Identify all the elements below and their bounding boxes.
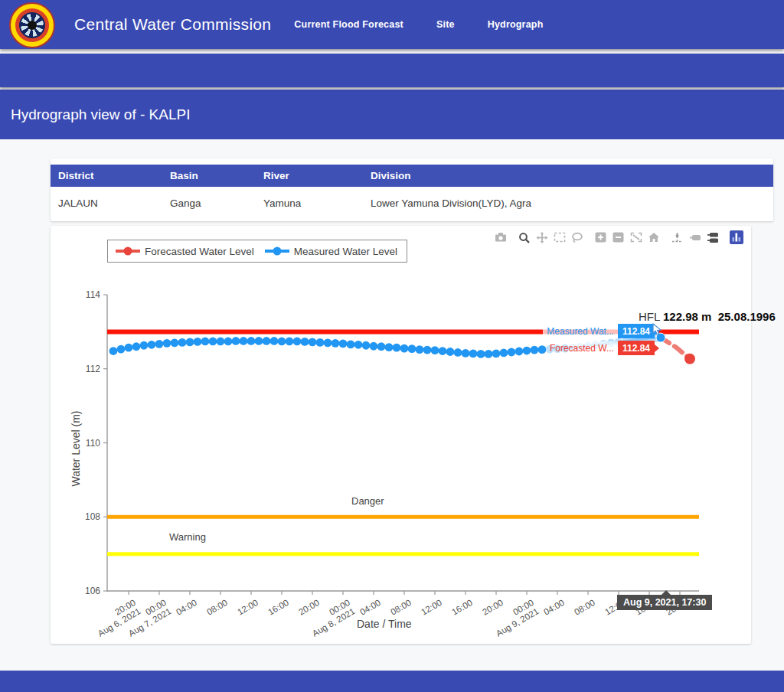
y-tick-label: 106	[76, 586, 100, 596]
measured-point	[393, 344, 401, 352]
measured-point	[354, 341, 363, 349]
main-nav: Current Flood Forecast Site Hydrograph	[294, 19, 543, 30]
hover-label-forecasted-name: Forecasted W...	[546, 341, 618, 355]
measured-point	[439, 347, 447, 355]
cursor-pointer-icon	[652, 323, 663, 338]
measured-point	[500, 349, 508, 357]
measured-point	[186, 338, 194, 347]
measured-point	[469, 350, 478, 358]
measured-point	[332, 339, 340, 348]
y-tick-label: 112	[76, 364, 100, 374]
y-axis-title: Water Level (m)	[70, 403, 82, 495]
measured-point	[347, 340, 355, 348]
measured-point	[508, 348, 516, 357]
cell-basin: Ganga	[162, 187, 256, 219]
table-header-row: District Basin River Division	[51, 165, 773, 187]
measured-point	[201, 338, 210, 346]
measured-point	[400, 344, 409, 353]
measured-point	[538, 345, 547, 354]
measured-point	[194, 338, 202, 346]
nav-current-flood-forecast[interactable]: Current Flood Forecast	[294, 19, 403, 30]
measured-point	[446, 348, 455, 356]
app-header: Central Water Commission Current Flood F…	[0, 0, 784, 49]
hfl-annotation-date: 25.08.1996	[718, 310, 776, 323]
cell-division: Lower Yamuna Division(LYD), Agra	[363, 187, 773, 219]
measured-point	[132, 342, 141, 351]
logo-center	[28, 21, 37, 30]
measured-point	[362, 341, 371, 350]
measured-point	[125, 344, 133, 352]
station-table: District Basin River Division JALAUN Gan…	[51, 165, 773, 219]
page-title-bar: Hydrograph view of - KALPI	[0, 90, 784, 139]
measured-point	[155, 340, 164, 348]
cell-river: Yamuna	[256, 187, 363, 219]
measured-point	[324, 338, 332, 347]
hover-label-forecasted: Forecasted W... 112.84	[546, 341, 655, 355]
measured-point	[462, 349, 470, 357]
measured-point	[370, 342, 378, 351]
cell-district: JALAUN	[51, 187, 162, 219]
measured-point	[339, 339, 348, 348]
measured-point	[515, 348, 524, 356]
measured-point	[385, 343, 394, 351]
forecast-line	[661, 338, 690, 359]
measured-point	[255, 337, 263, 345]
station-info-card: District Basin River Division JALAUN Gan…	[51, 158, 773, 221]
table-row: JALAUN Ganga Yamuna Lower Yamuna Divisio…	[51, 187, 773, 219]
measured-point	[309, 338, 317, 347]
col-river: River	[256, 165, 363, 187]
measured-point	[485, 350, 493, 358]
hydrograph-plot[interactable]	[51, 226, 751, 644]
hfl-annotation-value: 122.98 m	[663, 310, 711, 323]
hydrograph-card: Forecasted Water Level Measured Water Le…	[51, 226, 751, 644]
hover-label-measured-name: Measured Wat...	[543, 325, 618, 338]
hfl-annotation: HFL 122.98 m 25.08.1996	[639, 310, 776, 323]
page-footer	[0, 671, 784, 692]
measured-point	[377, 342, 386, 351]
warning-line-label: Warning	[169, 531, 206, 543]
measured-point	[163, 339, 172, 348]
measured-point	[293, 338, 302, 346]
forecast-point	[684, 354, 695, 364]
hover-label-measured: Measured Wat... 112.84	[543, 324, 655, 338]
col-division: Division	[363, 165, 773, 187]
measured-point	[109, 347, 118, 355]
x-axis-title: Date / Time	[357, 618, 412, 630]
measured-point	[263, 337, 271, 345]
cwc-logo	[9, 2, 55, 48]
measured-point	[431, 346, 439, 354]
tooltip-text: Aug 9, 2021, 17:30	[623, 597, 706, 608]
measured-point	[477, 350, 485, 358]
secondary-banner	[0, 54, 784, 87]
measured-point	[178, 338, 187, 347]
measured-point	[171, 338, 179, 347]
nav-hydrograph[interactable]: Hydrograph	[488, 19, 544, 30]
nav-site[interactable]: Site	[436, 19, 455, 30]
measured-point	[209, 338, 217, 346]
measured-point	[316, 338, 325, 347]
measured-point	[454, 348, 462, 357]
hfl-annotation-prefix: HFL	[639, 310, 660, 323]
measured-point	[232, 337, 240, 345]
y-tick-label: 114	[76, 289, 100, 300]
hover-label-forecasted-value: 112.84	[618, 341, 655, 355]
measured-point	[301, 338, 309, 346]
measured-point	[224, 338, 233, 346]
measured-point	[523, 347, 531, 355]
measured-point	[278, 338, 286, 346]
measured-point	[408, 344, 416, 353]
measured-point	[531, 346, 539, 354]
app-title: Central Water Commission	[74, 15, 271, 34]
hover-label-measured-value: 112.84	[618, 324, 655, 338]
danger-line-label: Danger	[351, 495, 384, 507]
measured-point	[270, 337, 279, 345]
measured-point	[247, 337, 256, 345]
measured-point	[286, 338, 294, 346]
x-axis-hover-tooltip: Aug 9, 2021, 17:30	[617, 595, 712, 610]
page-title: Hydrograph view of - KALPI	[11, 106, 190, 123]
measured-point	[148, 341, 156, 349]
measured-point	[240, 337, 248, 345]
y-tick-label: 108	[76, 511, 100, 522]
measured-point	[492, 350, 501, 358]
measured-point	[140, 341, 149, 350]
